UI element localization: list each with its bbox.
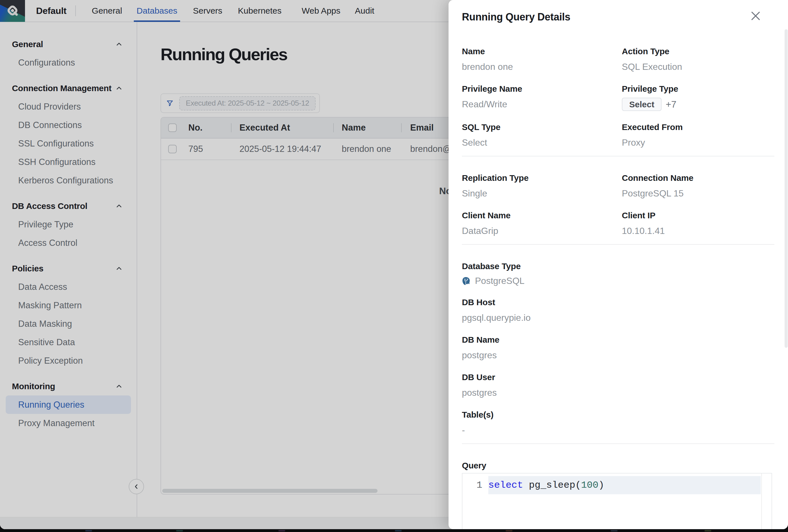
field-client-name: Client Name DataGrip	[462, 210, 622, 237]
database-type-value: PostgreSQL	[462, 275, 774, 286]
field-label: Query	[462, 460, 774, 471]
field-query: Query	[462, 460, 774, 471]
privilege-type-tag[interactable]: Select	[622, 98, 662, 111]
field-name: Name brendon one	[462, 46, 622, 73]
field-label: Client Name	[462, 210, 622, 221]
dock-icon-sliver	[85, 530, 92, 531]
code-line-number: 1	[462, 480, 488, 491]
drawer-divider	[462, 444, 774, 444]
field-value: Proxy	[622, 137, 774, 148]
field-label: DB Host	[462, 297, 774, 308]
field-label: Connection Name	[622, 172, 774, 183]
query-code-editor[interactable]: 1 select pg_sleep(100)	[462, 473, 772, 529]
privilege-type-tags: Select +7	[622, 98, 774, 111]
drawer-divider	[462, 244, 774, 245]
field-client-ip: Client IP 10.10.1.41	[622, 210, 774, 237]
field-label: Privilege Type	[622, 83, 774, 94]
field-value: pgsql.querypie.io	[462, 312, 774, 324]
code-scrollbar-gutter	[761, 473, 762, 529]
field-label: Name	[462, 46, 622, 57]
database-type-name: PostgreSQL	[475, 275, 525, 286]
field-value: DataGrip	[462, 225, 622, 237]
field-value: SQL Execution	[622, 61, 774, 73]
field-action-type: Action Type SQL Execution	[622, 46, 774, 73]
field-label: Table(s)	[462, 409, 774, 420]
drawer-fields-grid-1: Name brendon one Action Type SQL Executi…	[462, 46, 774, 159]
dock-icon-sliver	[395, 530, 402, 531]
drawer-fields-grid-2: Replication Type Single Connection Name …	[462, 172, 774, 248]
field-label: Client IP	[622, 210, 774, 221]
field-value: Read/Write	[462, 98, 622, 110]
field-executed-from: Executed From Proxy	[622, 122, 774, 148]
field-db-name: DB Name postgres	[462, 334, 774, 361]
field-db-user: DB User postgres	[462, 372, 774, 398]
field-privilege-type: Privilege Type Select +7	[622, 83, 774, 111]
dock-icon-sliver	[611, 530, 617, 531]
dock-icon-sliver	[176, 530, 183, 531]
field-label: Action Type	[622, 46, 774, 57]
drawer-divider	[462, 156, 774, 157]
field-value: postgres	[462, 349, 774, 361]
drawer-scrollbar-thumb[interactable]	[785, 29, 788, 348]
code-line-text: select pg_sleep(100)	[488, 476, 761, 494]
sql-keyword-token: select	[488, 480, 523, 491]
drawer-title: Running Query Details	[462, 11, 570, 23]
field-label: SQL Type	[462, 122, 622, 132]
field-label: Replication Type	[462, 172, 622, 183]
field-db-host: DB Host pgsql.querypie.io	[462, 297, 774, 324]
dock-icon-sliver	[506, 530, 512, 531]
field-privilege-name: Privilege Name Read/Write	[462, 83, 622, 111]
postgresql-icon	[462, 277, 470, 285]
field-value: brendon one	[462, 61, 622, 73]
field-label: Database Type	[462, 261, 774, 272]
field-value: PostgreSQL 15	[622, 187, 774, 199]
running-query-details-drawer: Running Query Details Name brendon one A…	[449, 0, 788, 529]
field-label: DB User	[462, 372, 774, 383]
field-value: Select	[462, 137, 622, 148]
dock-icon-sliver	[705, 530, 711, 531]
sql-number-token: 100	[581, 480, 598, 491]
sql-plain-token: pg_sleep(	[523, 480, 581, 491]
code-line-1: 1 select pg_sleep(100)	[462, 476, 761, 494]
field-label: Privilege Name	[462, 83, 622, 94]
sql-paren-token: )	[598, 480, 604, 491]
field-value: -	[462, 424, 774, 436]
field-label: Executed From	[622, 122, 774, 132]
field-label: DB Name	[462, 334, 774, 345]
dock-icon-sliver	[278, 530, 285, 531]
field-value: postgres	[462, 387, 774, 398]
field-database-type: Database Type PostgreSQL	[462, 261, 774, 286]
close-icon[interactable]	[750, 11, 761, 21]
field-value: 10.10.1.41	[622, 225, 774, 237]
field-value: Single	[462, 187, 622, 199]
browser-window: Default General Databases Servers Kubern…	[0, 0, 788, 529]
field-sql-type: SQL Type Select	[462, 122, 622, 148]
field-tables: Table(s) -	[462, 409, 774, 436]
field-replication-type: Replication Type Single	[462, 172, 622, 199]
drawer-header: Running Query Details	[462, 0, 774, 32]
field-connection-name: Connection Name PostgreSQL 15	[622, 172, 774, 199]
privilege-type-more[interactable]: +7	[666, 99, 676, 110]
